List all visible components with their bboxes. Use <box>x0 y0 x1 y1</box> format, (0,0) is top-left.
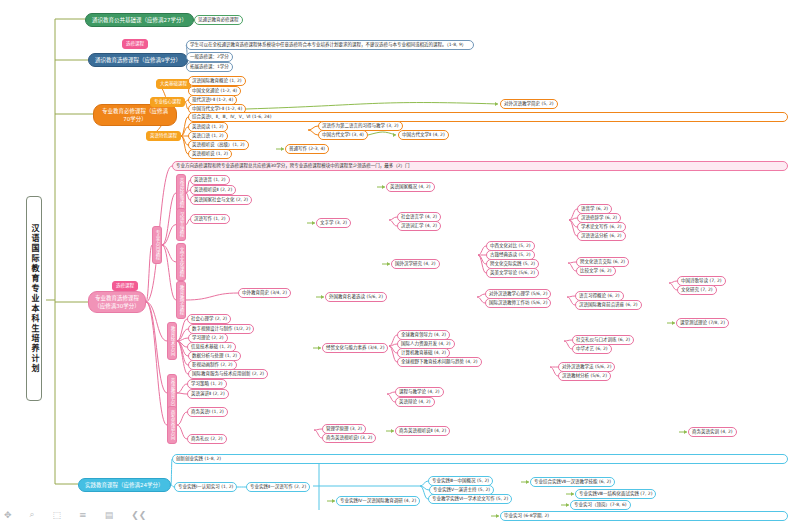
course-topic[interactable]: 汉语国际教育概论 (1, 2) <box>188 76 246 86</box>
course-topic[interactable]: 经贸文化与能力素养 (3/4, 2) <box>322 343 388 353</box>
course-topic[interactable]: 文化研究 (7, 2) <box>677 285 717 295</box>
badge-chinese-lang[interactable]: 汉语言课程 <box>176 208 186 241</box>
course-topic[interactable]: 专业实践Ⅷ—结构化面试实践 (7, 2) <box>575 489 656 499</box>
badge-literature-culture[interactable]: 文学文化课程 <box>176 243 186 281</box>
course-topic[interactable]: 专业综合实践Ⅶ—汉语教学技能 (6, 2) <box>530 477 615 487</box>
root-topic[interactable]: 汉语国际教育专业本科生培养计划 <box>26 196 42 401</box>
course-topic[interactable]: 商务英语视听说Ⅰ (3, 2) <box>322 433 376 443</box>
course-topic[interactable]: 中华才艺 (6, 2) <box>572 344 612 354</box>
canvas-toolbar: ✥ ⌕ ⬚ ≡ ▤ ❮❮ <box>4 509 146 520</box>
badge-english-feature[interactable]: 英语特色课程 <box>146 131 181 141</box>
branch-major-elective[interactable]: 专业教育选修课程（应修满30学分） <box>88 291 146 313</box>
mindmap-canvas[interactable]: ✥ ⌕ ⬚ ≡ ▤ ❮❮ 汉语国际教育专业本科生培养计划通识教育公共基础课（应修… <box>0 0 798 524</box>
branch-general-basic[interactable]: 通识教育公共基础课（应修满27学分） <box>85 13 194 27</box>
course-topic[interactable]: 专业实践Ⅱ—汉语写作 (2, 2) <box>246 482 310 492</box>
outline-icon[interactable]: ≡ <box>79 510 87 520</box>
course-topic[interactable]: 汉语词汇学 (4, 2) <box>397 221 441 231</box>
course-topic[interactable]: 商务英语实训 (4, 2) <box>688 427 737 437</box>
course-topic[interactable]: 中外教育简史 (3/4, 2) <box>238 288 291 298</box>
course-topic[interactable]: 汉语国际教育前沿讲座 (6, 2) <box>575 300 642 310</box>
course-topic[interactable]: 全球视野下教育技术问题与趋势 (4, 2) <box>397 357 482 367</box>
course-topic[interactable]: 中国古代文学Ⅱ (4, 2) <box>398 130 449 140</box>
course-topic[interactable]: 商务礼仪 (2, 2) <box>187 434 227 444</box>
course-topic[interactable]: 英语辩论 (4, 2) <box>395 397 435 407</box>
course-topic[interactable]: 专业实践Ⅰ—认知实习 (1, 2) <box>174 482 237 492</box>
course-topic[interactable]: 专业教学实践Ⅵ—学术论文写作 (5, 2) <box>428 494 512 504</box>
branch-major-required[interactable]: 专业教育必修课程（应修满70学分） <box>93 104 177 126</box>
course-topic[interactable]: 汉语语法分析 (6, 2) <box>577 231 626 241</box>
course-topic[interactable]: 综合英语Ⅰ、Ⅱ、Ⅲ、Ⅳ、Ⅴ、Ⅵ (1-6, 24) <box>188 112 788 122</box>
badge-education-teaching[interactable]: 教育教学课程 <box>176 281 186 319</box>
course-topic[interactable]: 英语视听说Ⅱ (2, 2) <box>190 185 236 195</box>
badge-business-english-direction[interactable]: 商务英语方向 <box>167 406 177 444</box>
course-topic[interactable]: 课程与教学论 (4, 2) <box>395 387 444 397</box>
branch-practice[interactable]: 实践教育课程（应修满24学分） <box>78 478 171 492</box>
topic-see-required[interactable]: 见通识教育必修课程 <box>194 15 243 25</box>
course-topic[interactable]: 英语语音 (1, 2) <box>190 175 230 185</box>
banner-elective-note[interactable]: 专业方向选修课程和跨专业选修课程总共应修满30学分，跨专业选修课程模块中的课程至… <box>172 161 788 171</box>
badge-direction-courses[interactable]: 专业方向课程 <box>152 226 162 264</box>
course-topic[interactable]: 中国古代文学Ⅰ (3, 4) <box>318 130 368 140</box>
badge-elective-top[interactable]: 选修课程 <box>122 39 148 49</box>
topic-general-elective-2[interactable]: 拓展选修课：1学分 <box>186 62 233 72</box>
badge-elective-bottom[interactable]: 选修课程 <box>112 281 138 291</box>
course-topic[interactable]: 普通写作 (2-3, 4) <box>285 144 329 154</box>
zoom-icon[interactable]: ⌕ <box>30 509 35 520</box>
course-topic[interactable]: 国际教育服务与技术应用创新 (2, 2) <box>188 369 268 379</box>
course-topic[interactable]: 英语演讲Ⅱ (2, 2) <box>187 389 229 399</box>
course-topic[interactable]: 汉语教材分析 (5/6, 2) <box>558 371 611 381</box>
course-topic[interactable]: 英语国家概况 (4, 2) <box>386 182 435 192</box>
collapse-panel-icon[interactable]: ❮❮ <box>131 510 146 520</box>
badge-major-core[interactable]: 专业核心课程 <box>150 97 185 107</box>
course-topic[interactable]: 外国教育名著选读 (5/6, 2) <box>325 292 387 302</box>
course-topic[interactable]: 商务英语Ⅰ (1, 2) <box>187 407 228 417</box>
course-topic[interactable]: 文字学 (3, 2) <box>316 218 351 228</box>
badge-edu-tech-direction[interactable]: 教育技术方向 <box>167 322 177 360</box>
course-topic[interactable]: 商务英语视听说Ⅱ (4, 2) <box>395 426 450 436</box>
course-topic[interactable]: 比较文学 (6, 2) <box>576 266 616 276</box>
badge-english-skill[interactable]: 英语技能课程 <box>176 174 186 212</box>
course-topic[interactable]: 学习策略 (1, 2) <box>187 379 227 389</box>
note-elective-rule[interactable]: 学生可以在全校通识教育选修课程体系模块中任意选修符合本专业培养计划要求的课程，不… <box>186 40 474 50</box>
select-frame-icon[interactable]: ⬚ <box>53 510 62 520</box>
course-topic[interactable]: 国际汉语教师工作坊 (5/6, 2) <box>485 298 551 308</box>
branch-general-elective[interactable]: 通识教育选修课程（应修满9学分） <box>88 53 188 67</box>
course-topic[interactable]: 专业实习（顶岗）(7-8, 6) <box>570 500 631 510</box>
course-topic[interactable]: 毕业实习 (6-8学期, 2) <box>500 511 788 521</box>
course-topic[interactable]: 专业实践Ⅳ—汉语国际教育调研 (4, 2) <box>336 496 420 506</box>
sheet-icon[interactable]: ▤ <box>105 510 114 520</box>
course-topic[interactable]: 对外汉语教学简史 (5, 2) <box>500 99 558 109</box>
course-topic[interactable]: 国外汉学研究 (4, 2) <box>391 259 440 269</box>
course-topic[interactable]: 英语国家社会与文化 (2, 2) <box>190 195 252 205</box>
course-topic[interactable]: 汉语写作 (1, 2) <box>190 214 230 224</box>
course-topic[interactable]: 社会心理学 (2, 2) <box>187 314 231 324</box>
course-topic[interactable]: 英美文学导论 (5/6, 2) <box>486 268 539 278</box>
course-topic[interactable]: 英语视听说 (1, 2) <box>188 149 232 159</box>
pan-icon[interactable]: ✥ <box>4 510 12 520</box>
topic-general-elective-1[interactable]: 一般选修课：2学分 <box>186 52 233 62</box>
badge-category-basic[interactable]: 大类基础课程 <box>156 79 191 89</box>
course-topic[interactable]: 创新创业实践 (1-8, 2) <box>172 454 788 464</box>
course-topic[interactable]: 课堂测试理论 (7/8, 2) <box>676 318 729 328</box>
